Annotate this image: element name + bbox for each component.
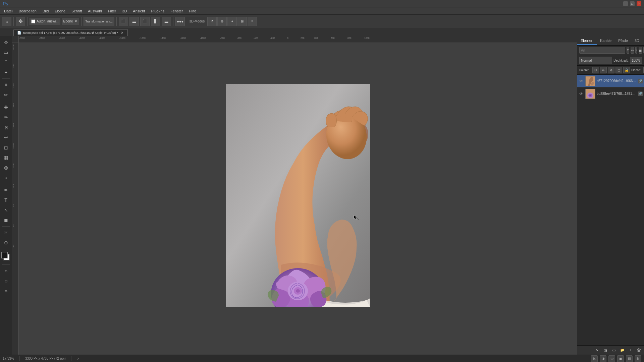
- menu-auswahl[interactable]: Auswahl: [85, 8, 105, 14]
- filter-btn3[interactable]: T: [635, 47, 638, 54]
- tool-screen-mode[interactable]: ⊡: [1, 276, 11, 286]
- maximize-button[interactable]: □: [630, 1, 635, 6]
- layer-1-visibility[interactable]: 👁: [579, 79, 584, 83]
- tab-close-button[interactable]: ✕: [120, 31, 124, 35]
- separator: [81, 17, 82, 26]
- tool-zoom[interactable]: ⊕: [1, 238, 11, 247]
- right-panel: Ebenen Kanäle Pfade 3D ≡ T ✏ T ◼ 🔒 Norma…: [577, 36, 644, 355]
- ebene-dropdown[interactable]: Ebene ▼: [62, 18, 79, 25]
- opacity-input[interactable]: [630, 57, 642, 64]
- document-tab[interactable]: 📄 tattoo.psdc bei 17,3% (c571297906dcfd2…: [13, 29, 128, 36]
- add-group-button[interactable]: 📁: [619, 347, 626, 354]
- tool-text[interactable]: T: [1, 195, 11, 205]
- filter-btn1[interactable]: T: [627, 47, 629, 54]
- canvas-image[interactable]: [226, 84, 370, 307]
- 3d-btn5[interactable]: ≡: [248, 17, 257, 26]
- tool-brush[interactable]: ✏: [1, 113, 11, 122]
- menu-datei[interactable]: Datei: [1, 8, 15, 14]
- tab-3d[interactable]: 3D: [631, 37, 643, 45]
- menu-bild[interactable]: Bild: [40, 8, 51, 14]
- filter-btn4[interactable]: ◼: [639, 47, 642, 54]
- menu-hilfe[interactable]: Hilfe: [186, 8, 199, 14]
- align-left[interactable]: ▋: [151, 17, 160, 26]
- statusbar-btn6[interactable]: 🗑: [635, 355, 641, 362]
- tab-kanale[interactable]: Kanäle: [597, 37, 615, 45]
- blend-mode-select[interactable]: Normal Multiplizieren Abdunkeln Aufhelle…: [579, 57, 612, 64]
- statusbar-btn3[interactable]: ▭: [608, 355, 615, 362]
- filter-btn2[interactable]: ✏: [631, 47, 634, 54]
- align-center[interactable]: ▬: [162, 17, 171, 26]
- menu-plugins[interactable]: Plug-ins: [148, 8, 167, 14]
- tool-path-select[interactable]: ↖: [1, 205, 11, 215]
- statusbar-btn1[interactable]: fx: [591, 355, 598, 362]
- tool-extra[interactable]: ⊕: [1, 286, 11, 296]
- close-button[interactable]: ✕: [637, 1, 641, 6]
- menu-ebene[interactable]: Ebene: [52, 8, 68, 14]
- tool-dodge[interactable]: ○: [1, 173, 11, 182]
- toolbar-move-button[interactable]: ✥: [16, 17, 25, 26]
- tab-ebenen[interactable]: Ebenen: [577, 37, 597, 45]
- layer-1-name: c571297906dcfd2...f0661691f Kopie: [597, 79, 637, 83]
- align-top[interactable]: ⬛: [119, 17, 128, 26]
- 3d-btn1[interactable]: ↺: [207, 17, 217, 26]
- transform-input[interactable]: Transformationsstr...: [84, 17, 114, 26]
- lock-artboard-btn[interactable]: ◻: [615, 67, 622, 73]
- more-options[interactable]: ●●●: [175, 17, 185, 26]
- delete-layer-button[interactable]: 🗑: [635, 347, 643, 354]
- tool-crop[interactable]: ⌗: [1, 80, 11, 89]
- add-layer-button[interactable]: +: [627, 347, 634, 354]
- menu-fenster[interactable]: Fenster: [168, 8, 185, 14]
- tool-eraser[interactable]: ◻: [1, 143, 11, 152]
- align-bottom[interactable]: ⬛: [140, 17, 150, 26]
- tool-eyedropper[interactable]: ✑: [1, 90, 11, 100]
- auto-select-dropdown[interactable]: Auton. auswi...: [30, 18, 60, 25]
- home-button[interactable]: ⌂: [2, 17, 11, 26]
- menu-filter[interactable]: Filter: [105, 8, 119, 14]
- tool-stamp[interactable]: ⎘: [1, 123, 11, 132]
- tool-marquee[interactable]: ▭: [1, 48, 11, 57]
- fx-button[interactable]: fx: [593, 347, 601, 354]
- menubar: Datei Bearbeiten Bild Ebene Schrift Ausw…: [0, 7, 644, 15]
- separator: [2, 101, 10, 101]
- layer-item-2[interactable]: 👁 bb288ee471f768...18511318da3aad 🔗: [577, 87, 644, 100]
- statusbar-btn2[interactable]: ◑: [600, 355, 606, 362]
- tool-quick-mask[interactable]: ⊙: [1, 266, 11, 276]
- layer-2-visibility[interactable]: 👁: [579, 92, 584, 96]
- tool-history-brush[interactable]: ↩: [1, 133, 11, 142]
- menu-3d[interactable]: 3D: [119, 8, 129, 14]
- add-adjustment-button[interactable]: ◑: [602, 347, 609, 354]
- layer-item-1[interactable]: 👁 c571297906dcfd2...f0661691f Kopie 🔗: [577, 75, 644, 87]
- lock-pixels-btn[interactable]: ✏: [600, 67, 607, 73]
- 3d-btn2[interactable]: ⊕: [217, 17, 227, 26]
- lock-all-btn[interactable]: 🔒: [623, 67, 630, 73]
- canvas-area[interactable]: -2800 -2600 -2400 -2200 -2000 -1800 -160…: [12, 36, 577, 355]
- 3d-btn3[interactable]: ✦: [227, 17, 237, 26]
- 3d-btn4[interactable]: ⊞: [237, 17, 247, 26]
- tab-pfade[interactable]: Pfade: [615, 37, 631, 45]
- tool-pen[interactable]: ✒: [1, 185, 11, 195]
- statusbar-btn4[interactable]: ◼: [617, 355, 624, 362]
- lock-position-btn[interactable]: ✥: [608, 67, 614, 73]
- layers-search-input[interactable]: [579, 47, 625, 54]
- align-middle[interactable]: ▬: [129, 17, 139, 26]
- canvas-viewport[interactable]: [19, 43, 577, 347]
- tool-lasso[interactable]: ⌒: [1, 58, 11, 67]
- panel-menu-button[interactable]: ≡: [643, 37, 644, 45]
- tool-shape[interactable]: ◼: [1, 216, 11, 225]
- tool-gradient[interactable]: ▦: [1, 153, 11, 162]
- auto-select-checkbox[interactable]: [31, 19, 35, 23]
- tool-healing[interactable]: ✚: [1, 103, 11, 112]
- menu-bearbeiten[interactable]: Bearbeiten: [16, 8, 39, 14]
- tool-hand[interactable]: ☞: [1, 228, 11, 237]
- menu-ansicht[interactable]: Ansicht: [130, 8, 148, 14]
- menu-schrift[interactable]: Schrift: [69, 8, 85, 14]
- statusbar-btn5[interactable]: ▤: [626, 355, 633, 362]
- minimize-button[interactable]: —: [623, 1, 628, 6]
- layer-lock-row: Foieren: ⊡ ✏ ✥ ◻ 🔒 Fläche:: [577, 66, 644, 75]
- tool-move[interactable]: ✥: [1, 38, 11, 47]
- fg-color-swatch[interactable]: [1, 252, 8, 258]
- tool-magic-wand[interactable]: ✦: [1, 68, 11, 77]
- lock-transparent-btn[interactable]: ⊡: [592, 67, 599, 73]
- add-mask-button[interactable]: ▭: [610, 347, 618, 354]
- tool-blur[interactable]: ◍: [1, 163, 11, 172]
